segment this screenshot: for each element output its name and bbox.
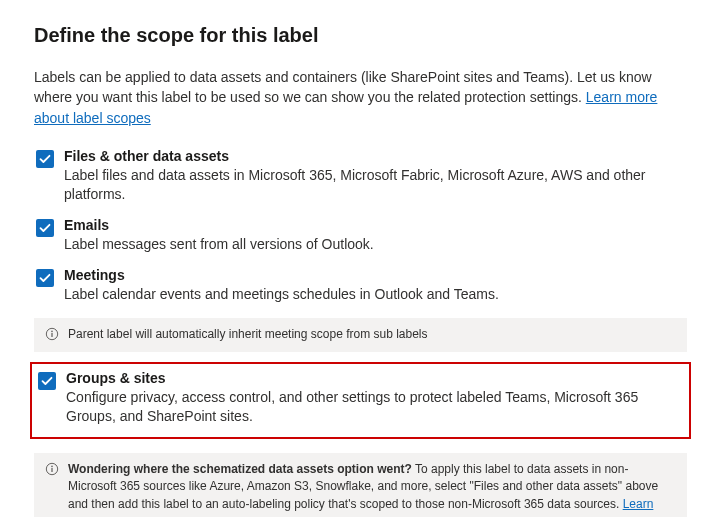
- checkbox-files[interactable]: [36, 150, 54, 168]
- intro-text: Labels can be applied to data assets and…: [34, 69, 652, 105]
- checkmark-icon: [39, 272, 51, 284]
- info-schematized: Wondering where the schematized data ass…: [34, 453, 687, 517]
- option-groups-desc: Configure privacy, access control, and o…: [66, 388, 683, 427]
- svg-point-4: [51, 465, 53, 467]
- checkmark-icon: [39, 153, 51, 165]
- option-emails-title: Emails: [64, 217, 685, 233]
- info-meeting-inherit: Parent label will automatically inherit …: [34, 318, 687, 351]
- option-emails: Emails Label messages sent from all vers…: [34, 213, 687, 263]
- option-files-desc: Label files and data assets in Microsoft…: [64, 166, 685, 205]
- option-meetings-title: Meetings: [64, 267, 685, 283]
- option-meetings-desc: Label calendar events and meetings sched…: [64, 285, 685, 305]
- checkbox-emails[interactable]: [36, 219, 54, 237]
- checkbox-groups[interactable]: [38, 372, 56, 390]
- checkmark-icon: [39, 222, 51, 234]
- intro-paragraph: Labels can be applied to data assets and…: [34, 67, 687, 128]
- svg-point-1: [51, 331, 53, 333]
- info-meeting-text: Parent label will automatically inherit …: [68, 326, 677, 343]
- option-files: Files & other data assets Label files an…: [34, 144, 687, 213]
- svg-rect-2: [51, 333, 52, 337]
- page-title: Define the scope for this label: [34, 24, 687, 47]
- info-icon: [44, 461, 60, 477]
- option-emails-desc: Label messages sent from all versions of…: [64, 235, 685, 255]
- svg-rect-5: [51, 468, 52, 472]
- checkbox-meetings[interactable]: [36, 269, 54, 287]
- info-icon: [44, 326, 60, 342]
- checkmark-icon: [41, 375, 53, 387]
- option-groups-sites: Groups & sites Configure privacy, access…: [30, 362, 691, 439]
- info-schematized-bold: Wondering where the schematized data ass…: [68, 462, 412, 476]
- option-meetings: Meetings Label calendar events and meeti…: [34, 263, 687, 313]
- option-groups-title: Groups & sites: [66, 370, 683, 386]
- option-files-title: Files & other data assets: [64, 148, 685, 164]
